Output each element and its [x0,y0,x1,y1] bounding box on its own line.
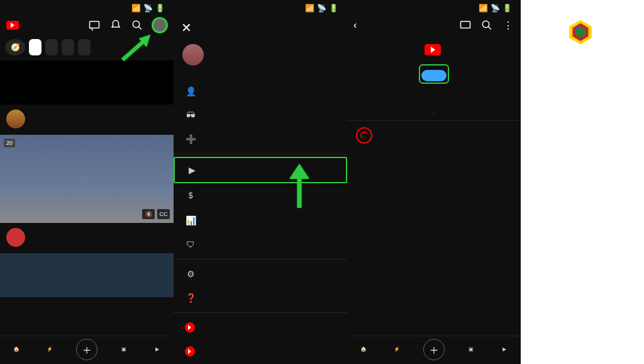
nav-subs[interactable]: ▣ [118,343,130,356]
nav-create[interactable]: ＋ [76,339,97,360]
premium-header: ‹ ⋮ [347,15,521,35]
gear-icon: ⚙ [185,269,196,279]
music-loading-icon [356,127,372,144]
status-bar: 📶📡🔋 [0,0,174,15]
add-person-icon: ➕ [185,134,196,144]
nav-create[interactable]: ＋ [423,339,445,360]
video-2-thumb[interactable]: 20 🔇 CC [0,135,174,223]
menu-header: ✕ [174,15,347,40]
screen-premium: 📶📡🔋 ‹ ⋮ [347,0,521,364]
cc-icon[interactable]: CC [157,209,170,219]
chip-all[interactable] [29,39,42,55]
youtube-play-icon [425,44,441,55]
svg-point-10 [575,27,579,30]
menu-time-watched[interactable]: 📊 [174,208,347,232]
status-bar: 📶📡🔋 [174,0,347,15]
svg-rect-4 [461,21,470,28]
dollar-icon: ＄ [185,190,196,202]
menu-studio[interactable] [174,316,347,339]
screen-home: 📶📡🔋 🧭 [0,0,174,364]
youtube-icon: ▶ [186,165,197,175]
incognito-icon: 🕶 [185,110,196,120]
top-bar [0,15,174,37]
premium-hero [347,35,521,98]
samnec-hex-icon [567,19,594,45]
search-icon[interactable] [480,19,493,31]
video-3-thumb[interactable] [0,253,174,297]
bottom-nav: 🏠 ⚡ ＋ ▣ ▶ [0,336,174,364]
screen-account-menu: 📶📡🔋 ✕ 👤 🕶 ➕ ▶ ＄ 📊 🛡 ⚙ ❓ [174,0,347,364]
nav-library[interactable]: ▶ [151,343,164,356]
fine-print-2: . [347,108,521,120]
menu-incognito[interactable]: 🕶 [174,103,347,127]
status-icons: 📶📡🔋 [479,4,512,13]
youtube-music-icon [185,346,195,356]
nav-subs[interactable]: ▣ [465,343,477,356]
chip-games[interactable] [45,39,58,55]
youtube-premium-logo [358,44,509,55]
menu-premium[interactable]: ▶ [174,157,347,183]
youtube-play-icon [6,21,19,30]
fine-print-1 [347,98,521,108]
menu-your-data[interactable]: 🛡 [174,232,347,256]
filter-chips: 🧭 [0,37,174,60]
user-avatar [182,44,204,65]
video-1-duration [165,100,170,101]
svg-point-1 [133,21,140,28]
cast-icon[interactable] [88,19,101,31]
bell-icon[interactable] [109,19,122,31]
free-trial-button[interactable] [421,70,447,81]
search-icon[interactable] [131,19,143,31]
close-icon[interactable]: ✕ [181,20,192,35]
shop-sign: 20 [4,139,15,147]
video-1-thumb[interactable] [0,60,174,105]
menu-settings[interactable]: ⚙ [174,262,347,286]
chart-icon: 📊 [185,215,196,225]
music-feature-row[interactable] [347,120,521,150]
samnec-logo [567,19,597,45]
menu-purchases[interactable]: ＄ [174,183,347,208]
menu-help[interactable]: ❓ [174,286,347,310]
svg-point-5 [482,21,489,28]
nav-home[interactable]: 🏠 [10,343,23,356]
nav-shorts[interactable]: ⚡ [391,343,403,356]
nav-shorts[interactable]: ⚡ [43,343,56,356]
nav-library[interactable]: ▶ [498,343,511,356]
explore-chip[interactable]: 🧭 [5,39,25,55]
channel-avatar [6,228,25,247]
right-panel [521,0,644,364]
status-icons: 📶📡🔋 [131,4,165,13]
video-2-meta[interactable] [0,223,174,253]
cta-highlight [419,64,449,84]
shield-icon: 🛡 [185,239,196,249]
nav-home[interactable]: 🏠 [357,343,370,356]
chip-playlists[interactable] [78,39,91,55]
more-icon[interactable]: ⋮ [502,19,514,31]
menu-list: 👤 🕶 ➕ ▶ ＄ 📊 🛡 ⚙ ❓ [174,77,347,364]
status-icons: 📶📡🔋 [305,4,338,13]
mute-icon[interactable]: 🔇 [142,209,155,219]
menu-add-account[interactable]: ➕ [174,127,347,151]
menu-music[interactable] [174,339,347,363]
youtube-studio-icon [185,322,195,333]
channel-avatar [6,110,25,128]
video-1-meta[interactable] [0,105,174,135]
avatar-button[interactable] [152,18,167,33]
menu-channel[interactable]: 👤 [174,79,347,103]
help-icon: ❓ [185,293,196,303]
video-2-controls: 🔇 CC [142,209,170,219]
bottom-nav: 🏠 ⚡ ＋ ▣ ▶ [347,336,521,364]
back-icon[interactable]: ‹ [353,20,357,31]
youtube-logo[interactable] [6,21,21,30]
status-bar: 📶📡🔋 [347,0,521,15]
chip-music[interactable] [62,39,74,55]
user-block[interactable] [174,40,347,72]
person-icon: 👤 [185,86,196,96]
svg-rect-0 [90,21,99,28]
cast-icon[interactable] [459,19,472,31]
